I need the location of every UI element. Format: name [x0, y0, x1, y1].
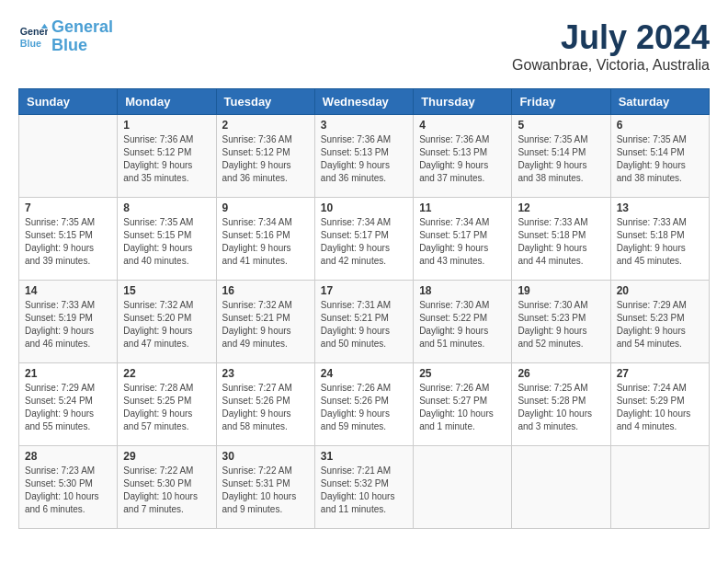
day-info: Sunrise: 7:34 AM Sunset: 5:17 PM Dayligh… [419, 216, 506, 268]
calendar-cell: 23Sunrise: 7:27 AM Sunset: 5:26 PM Dayli… [216, 363, 314, 446]
calendar-cell: 2Sunrise: 7:36 AM Sunset: 5:12 PM Daylig… [216, 115, 314, 198]
day-number: 10 [321, 201, 407, 214]
calendar-cell: 22Sunrise: 7:28 AM Sunset: 5:25 PM Dayli… [118, 363, 216, 446]
day-info: Sunrise: 7:35 AM Sunset: 5:15 PM Dayligh… [25, 216, 111, 268]
day-number: 1 [123, 119, 210, 132]
calendar-cell: 28Sunrise: 7:23 AM Sunset: 5:30 PM Dayli… [19, 446, 118, 529]
weekday-header-row: SundayMondayTuesdayWednesdayThursdayFrid… [19, 89, 710, 115]
day-number: 19 [518, 284, 604, 297]
day-number: 6 [617, 119, 703, 132]
day-info: Sunrise: 7:32 AM Sunset: 5:20 PM Dayligh… [123, 299, 210, 350]
day-info: Sunrise: 7:26 AM Sunset: 5:26 PM Dayligh… [321, 382, 407, 433]
day-info: Sunrise: 7:24 AM Sunset: 5:29 PM Dayligh… [617, 382, 703, 433]
day-number: 25 [419, 367, 506, 380]
logo-icon: General Blue [18, 22, 48, 52]
calendar-cell: 11Sunrise: 7:34 AM Sunset: 5:17 PM Dayli… [414, 198, 512, 281]
calendar-cell: 9Sunrise: 7:34 AM Sunset: 5:16 PM Daylig… [216, 198, 314, 281]
day-number: 30 [222, 450, 309, 463]
day-info: Sunrise: 7:29 AM Sunset: 5:24 PM Dayligh… [25, 382, 111, 433]
calendar-cell: 18Sunrise: 7:30 AM Sunset: 5:22 PM Dayli… [414, 281, 512, 363]
day-info: Sunrise: 7:33 AM Sunset: 5:18 PM Dayligh… [518, 216, 604, 268]
day-info: Sunrise: 7:33 AM Sunset: 5:19 PM Dayligh… [25, 299, 111, 350]
day-number: 7 [25, 201, 111, 214]
calendar-cell: 14Sunrise: 7:33 AM Sunset: 5:19 PM Dayli… [19, 281, 118, 363]
calendar-cell: 7Sunrise: 7:35 AM Sunset: 5:15 PM Daylig… [19, 198, 118, 281]
weekday-header-saturday: Saturday [610, 89, 709, 115]
calendar-cell: 15Sunrise: 7:32 AM Sunset: 5:20 PM Dayli… [118, 281, 216, 363]
day-info: Sunrise: 7:35 AM Sunset: 5:14 PM Dayligh… [617, 133, 703, 185]
day-number: 20 [617, 284, 703, 297]
day-number: 14 [25, 284, 111, 297]
day-info: Sunrise: 7:35 AM Sunset: 5:15 PM Dayligh… [123, 216, 210, 268]
day-info: Sunrise: 7:22 AM Sunset: 5:31 PM Dayligh… [222, 465, 309, 516]
day-number: 2 [222, 119, 309, 132]
day-number: 4 [419, 119, 506, 132]
day-number: 12 [518, 201, 604, 214]
day-number: 23 [222, 367, 309, 380]
day-number: 22 [123, 367, 210, 380]
day-info: Sunrise: 7:36 AM Sunset: 5:12 PM Dayligh… [123, 133, 210, 185]
logo: General Blue General Blue [18, 18, 113, 55]
calendar-week-3: 14Sunrise: 7:33 AM Sunset: 5:19 PM Dayli… [19, 281, 710, 363]
calendar-cell: 5Sunrise: 7:35 AM Sunset: 5:14 PM Daylig… [512, 115, 610, 198]
calendar-cell: 19Sunrise: 7:30 AM Sunset: 5:23 PM Dayli… [512, 281, 610, 363]
day-number: 8 [123, 201, 210, 214]
calendar-week-5: 28Sunrise: 7:23 AM Sunset: 5:30 PM Dayli… [19, 446, 710, 529]
weekday-header-thursday: Thursday [414, 89, 512, 115]
title-block: July 2024 Gowanbrae, Victoria, Australia [512, 18, 710, 74]
day-info: Sunrise: 7:26 AM Sunset: 5:27 PM Dayligh… [419, 382, 506, 433]
weekday-header-friday: Friday [512, 89, 610, 115]
day-number: 24 [321, 367, 407, 380]
day-info: Sunrise: 7:34 AM Sunset: 5:16 PM Dayligh… [222, 216, 309, 268]
calendar-cell: 25Sunrise: 7:26 AM Sunset: 5:27 PM Dayli… [414, 363, 512, 446]
calendar-cell [414, 446, 512, 529]
calendar-cell: 20Sunrise: 7:29 AM Sunset: 5:23 PM Dayli… [610, 281, 709, 363]
day-number: 26 [518, 367, 604, 380]
day-number: 31 [321, 450, 407, 463]
day-number: 11 [419, 201, 506, 214]
logo-text: General Blue [51, 18, 113, 55]
calendar-week-2: 7Sunrise: 7:35 AM Sunset: 5:15 PM Daylig… [19, 198, 710, 281]
calendar-cell: 3Sunrise: 7:36 AM Sunset: 5:13 PM Daylig… [314, 115, 413, 198]
weekday-header-tuesday: Tuesday [216, 89, 314, 115]
calendar-cell: 16Sunrise: 7:32 AM Sunset: 5:21 PM Dayli… [216, 281, 314, 363]
day-info: Sunrise: 7:35 AM Sunset: 5:14 PM Dayligh… [518, 133, 604, 185]
calendar-cell [610, 446, 709, 529]
logo-line1: General [51, 17, 113, 36]
calendar-cell: 30Sunrise: 7:22 AM Sunset: 5:31 PM Dayli… [216, 446, 314, 529]
day-info: Sunrise: 7:36 AM Sunset: 5:13 PM Dayligh… [321, 133, 407, 185]
day-number: 5 [518, 119, 604, 132]
calendar-cell [19, 115, 118, 198]
calendar-cell: 1Sunrise: 7:36 AM Sunset: 5:12 PM Daylig… [118, 115, 216, 198]
day-number: 15 [123, 284, 210, 297]
day-number: 18 [419, 284, 506, 297]
day-number: 21 [25, 367, 111, 380]
day-info: Sunrise: 7:30 AM Sunset: 5:23 PM Dayligh… [518, 299, 604, 350]
day-info: Sunrise: 7:28 AM Sunset: 5:25 PM Dayligh… [123, 382, 210, 433]
day-number: 29 [123, 450, 210, 463]
day-number: 13 [617, 201, 703, 214]
calendar-cell: 6Sunrise: 7:35 AM Sunset: 5:14 PM Daylig… [610, 115, 709, 198]
calendar-cell: 12Sunrise: 7:33 AM Sunset: 5:18 PM Dayli… [512, 198, 610, 281]
calendar-cell: 4Sunrise: 7:36 AM Sunset: 5:13 PM Daylig… [414, 115, 512, 198]
calendar-cell: 31Sunrise: 7:21 AM Sunset: 5:32 PM Dayli… [314, 446, 413, 529]
day-info: Sunrise: 7:31 AM Sunset: 5:21 PM Dayligh… [321, 299, 407, 350]
weekday-header-monday: Monday [118, 89, 216, 115]
day-number: 17 [321, 284, 407, 297]
calendar-cell: 26Sunrise: 7:25 AM Sunset: 5:28 PM Dayli… [512, 363, 610, 446]
day-info: Sunrise: 7:36 AM Sunset: 5:12 PM Dayligh… [222, 133, 309, 185]
day-number: 28 [25, 450, 111, 463]
day-info: Sunrise: 7:29 AM Sunset: 5:23 PM Dayligh… [617, 299, 703, 350]
day-info: Sunrise: 7:32 AM Sunset: 5:21 PM Dayligh… [222, 299, 309, 350]
calendar-cell: 21Sunrise: 7:29 AM Sunset: 5:24 PM Dayli… [19, 363, 118, 446]
calendar-week-1: 1Sunrise: 7:36 AM Sunset: 5:12 PM Daylig… [19, 115, 710, 198]
month-title: July 2024 [512, 18, 710, 57]
calendar-cell: 29Sunrise: 7:22 AM Sunset: 5:30 PM Dayli… [118, 446, 216, 529]
calendar-table: SundayMondayTuesdayWednesdayThursdayFrid… [18, 88, 710, 529]
day-number: 27 [617, 367, 703, 380]
weekday-header-sunday: Sunday [19, 89, 118, 115]
svg-text:Blue: Blue [20, 37, 41, 48]
day-info: Sunrise: 7:27 AM Sunset: 5:26 PM Dayligh… [222, 382, 309, 433]
day-info: Sunrise: 7:23 AM Sunset: 5:30 PM Dayligh… [25, 465, 111, 516]
day-info: Sunrise: 7:33 AM Sunset: 5:18 PM Dayligh… [617, 216, 703, 268]
